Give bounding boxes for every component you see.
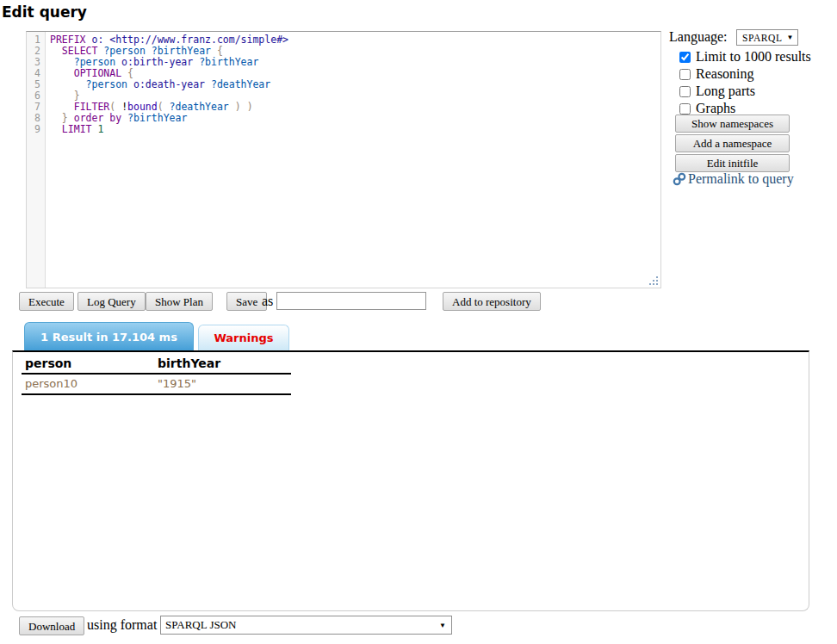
result-cell-birthyear: "1915"	[154, 374, 291, 394]
query-editor[interactable]: 123456789 PREFIX o: <http://www.franz.co…	[26, 31, 661, 288]
limit-results-label: Limit to 1000 results	[696, 49, 811, 65]
edit-initfile-button[interactable]: Edit initfile	[675, 154, 790, 172]
editor-code[interactable]: PREFIX o: <http://www.franz.com/simple#>…	[46, 32, 660, 288]
execute-button[interactable]: Execute	[19, 292, 74, 311]
editor-resize-grip[interactable]	[648, 275, 659, 286]
language-select-value: SPARQL	[742, 33, 783, 43]
save-as-label: as	[262, 294, 273, 309]
permalink-label: Permalink to query	[688, 171, 794, 187]
format-select[interactable]: SPARQL JSON ▼	[160, 616, 452, 635]
chain-link-icon	[673, 172, 686, 186]
long-parts-label: Long parts	[696, 84, 755, 99]
reasoning-label: Reasoning	[696, 66, 754, 82]
code-line[interactable]: ?person o:death-year ?deathYear	[50, 79, 660, 90]
chevron-down-icon: ▼	[439, 622, 446, 629]
resize-grip-icon	[648, 275, 659, 286]
graphs-checkbox[interactable]	[679, 103, 691, 115]
result-cell-person[interactable]: person10	[22, 374, 154, 394]
editor-line-numbers: 123456789	[27, 32, 46, 288]
reasoning-checkbox-row[interactable]: Reasoning	[679, 66, 754, 82]
table-header-row: person birthYear	[22, 355, 291, 374]
permalink-to-query-link[interactable]: Permalink to query	[673, 171, 794, 187]
code-line[interactable]: LIMIT 1	[50, 124, 660, 135]
language-label: Language:	[669, 29, 728, 45]
line-number: 9	[27, 124, 40, 135]
long-parts-checkbox[interactable]	[679, 86, 691, 97]
column-header-person: person	[22, 355, 154, 374]
results-table: person birthYear person10 "1915"	[22, 355, 291, 395]
add-namespace-button[interactable]: Add a namespace	[675, 134, 790, 152]
code-line[interactable]: } order by ?birthYear	[50, 113, 660, 124]
download-button[interactable]: Download	[19, 616, 84, 635]
limit-results-checkbox-row[interactable]: Limit to 1000 results	[679, 49, 811, 65]
using-format-label: using format	[87, 617, 157, 633]
show-namespaces-button[interactable]: Show namespaces	[675, 115, 790, 133]
column-header-birthyear: birthYear	[154, 355, 291, 374]
format-select-value: SPARQL JSON	[165, 618, 237, 632]
reasoning-checkbox[interactable]	[679, 69, 691, 80]
save-name-input[interactable]	[276, 292, 426, 310]
add-to-repository-button[interactable]: Add to repository	[443, 292, 541, 311]
limit-results-checkbox[interactable]	[679, 52, 691, 63]
code-line[interactable]: ?person o:birth-year ?birthYear	[50, 57, 660, 68]
language-select[interactable]: SPARQL ▼	[736, 29, 798, 46]
edit-query-page: Edit query 123456789 PREFIX o: <http://w…	[0, 0, 837, 644]
chevron-down-icon: ▼	[786, 34, 794, 41]
show-plan-button[interactable]: Show Plan	[146, 292, 213, 311]
tab-warnings[interactable]: Warnings	[198, 325, 289, 350]
results-panel: person birthYear person10 "1915"	[12, 350, 809, 611]
log-query-button[interactable]: Log Query	[78, 292, 146, 311]
table-row: person10 "1915"	[22, 374, 291, 394]
tab-results[interactable]: 1 Result in 17.104 ms	[24, 322, 194, 350]
long-parts-checkbox-row[interactable]: Long parts	[679, 84, 755, 99]
page-title: Edit query	[2, 3, 87, 21]
